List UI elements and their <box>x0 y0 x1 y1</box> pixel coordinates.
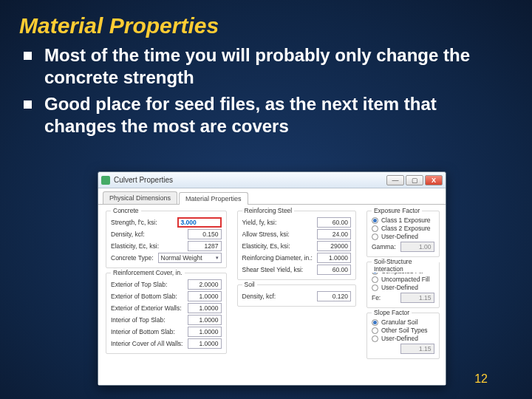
cover-title: Reinforcement Cover, in. <box>111 269 185 276</box>
ssi-uncompacted-radio[interactable]: Uncompacted Fill <box>372 276 434 283</box>
steel-elast-input[interactable]: 29000 <box>317 241 351 251</box>
exposure-class2-radio[interactable]: Class 2 Exposure <box>372 225 434 232</box>
soil-group: Soil Density, kcf:0.120 <box>237 284 356 307</box>
steel-elast-label: Elasticity, Es, ksi: <box>242 242 313 250</box>
radio-off-icon <box>372 284 378 291</box>
exposure-title: Exposure Factor <box>372 207 422 214</box>
exposure-class1-radio[interactable]: Class 1 Exposure <box>372 216 434 224</box>
slope-other-radio[interactable]: Other Soil Types <box>372 327 434 334</box>
steel-group: Reinforcing Steel Yield, fy, ksi:60.00 A… <box>237 211 356 280</box>
exposure-user-radio[interactable]: User-Defined <box>372 233 434 240</box>
ssi-group: Soil-Structure Interaction Compacted Fil… <box>366 262 440 308</box>
slope-group: Slope Factor Granular Soil Other Soil Ty… <box>366 313 440 359</box>
concrete-type-label: Concrete Type: <box>111 254 154 262</box>
radio-off-icon <box>372 327 378 334</box>
tab-physical-dimensions[interactable]: Physical Dimensions <box>103 191 177 204</box>
allow-input[interactable]: 24.00 <box>317 229 351 239</box>
elasticity-label: Elasticity, Ec, ksi: <box>111 242 183 250</box>
allow-label: Allow Stress, ksi: <box>242 231 313 238</box>
fe-input: 1.15 <box>400 293 434 303</box>
shear-label: Shear Steel Yield, ksi: <box>242 266 313 273</box>
yield-input[interactable]: 60.00 <box>317 217 351 228</box>
culvert-properties-dialog: Culvert Properties — ▢ X Physical Dimens… <box>98 171 446 386</box>
tab-material-properties[interactable]: Material Properties <box>179 192 248 205</box>
cover-int-top-label: Interior of Top Slab: <box>111 316 183 324</box>
radio-off-icon <box>372 335 378 342</box>
concrete-title: Concrete <box>111 207 141 214</box>
slope-title: Slope Factor <box>372 309 412 316</box>
cover-int-walls-input[interactable]: 1.0000 <box>188 338 222 349</box>
diam-label: Reinforcing Diameter, in.: <box>242 254 313 262</box>
ssi-user-radio[interactable]: User-Defined <box>372 284 434 291</box>
app-icon <box>101 176 110 185</box>
gamma-label: Gamma: <box>372 243 396 250</box>
soil-density-label: Density, kcf: <box>242 293 313 300</box>
window-title: Culvert Properties <box>114 176 386 184</box>
page-number: 12 <box>474 372 488 386</box>
titlebar[interactable]: Culvert Properties — ▢ X <box>98 172 446 188</box>
slope-granular-radio[interactable]: Granular Soil <box>372 318 434 326</box>
gamma-input: 1.00 <box>400 242 434 252</box>
cover-ext-top-label: Exterior of Top Slab: <box>111 281 183 288</box>
strength-input[interactable]: 3.000 <box>177 217 222 228</box>
cover-group: Reinforcement Cover, in. Exterior of Top… <box>106 273 227 354</box>
maximize-button[interactable]: ▢ <box>406 175 423 185</box>
density-input[interactable]: 0.150 <box>188 229 222 239</box>
bullet-1: Most of the time you will probably only … <box>44 44 505 89</box>
exposure-group: Exposure Factor Class 1 Exposure Class 2… <box>366 211 440 257</box>
slope-input: 1.15 <box>400 344 434 354</box>
cover-int-bottom-label: Interior of Bottom Slab: <box>111 328 183 335</box>
soil-density-input[interactable]: 0.120 <box>317 291 351 301</box>
cover-ext-bottom-label: Exterior of Bottom Slab: <box>111 293 183 300</box>
radio-on-icon <box>372 217 378 224</box>
radio-off-icon <box>372 225 378 232</box>
bullet-2: Good place for seed files, as the next i… <box>44 93 505 137</box>
yield-label: Yield, fy, ksi: <box>242 219 313 226</box>
slide-title: Material Properties <box>0 0 532 44</box>
cover-int-top-input[interactable]: 1.0000 <box>188 315 222 325</box>
soil-title: Soil <box>242 281 257 288</box>
radio-off-icon <box>372 233 378 240</box>
steel-title: Reinforcing Steel <box>242 207 295 214</box>
cover-ext-walls-input[interactable]: 1.0000 <box>188 303 222 313</box>
concrete-group: Concrete Strength, f'c, ksi:3.000 Densit… <box>106 211 227 268</box>
slope-user-radio[interactable]: User-Defined <box>372 335 434 342</box>
tab-strip: Physical Dimensions Material Properties <box>98 188 446 205</box>
shear-input[interactable]: 60.00 <box>317 265 351 275</box>
concrete-type-select[interactable]: Normal Weight <box>158 253 222 263</box>
elasticity-input[interactable]: 1287 <box>188 241 222 251</box>
ssi-title: Soil-Structure Interaction <box>372 258 439 273</box>
cover-int-walls-label: Interior Cover of All Walls: <box>111 340 183 347</box>
cover-ext-bottom-input[interactable]: 1.0000 <box>188 291 222 301</box>
fe-label: Fe: <box>372 294 396 301</box>
close-button[interactable]: X <box>425 175 443 185</box>
minimize-button[interactable]: — <box>386 175 404 185</box>
radio-on-icon <box>372 319 378 326</box>
strength-label: Strength, f'c, ksi: <box>111 219 173 226</box>
radio-off-icon <box>372 276 378 283</box>
density-label: Density, kcf: <box>111 231 183 238</box>
cover-int-bottom-input[interactable]: 1.0000 <box>188 327 222 337</box>
cover-ext-walls-label: Exterior of Exterior Walls: <box>111 304 183 312</box>
diam-input[interactable]: 1.0000 <box>317 253 351 263</box>
cover-ext-top-input[interactable]: 2.0000 <box>188 279 222 290</box>
